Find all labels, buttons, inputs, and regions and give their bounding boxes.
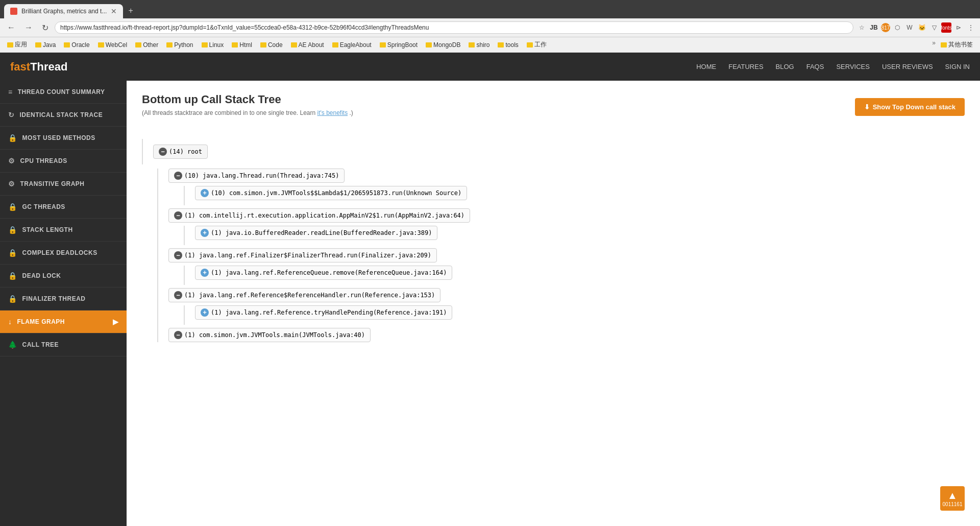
nav-services[interactable]: SERVICES (836, 63, 870, 70)
sidebar-item-gc-threads[interactable]: 🔒 GC THREADS (0, 196, 127, 219)
bookmark-code[interactable]: Code (257, 39, 286, 50)
bookmark-label: MongoDB (433, 41, 460, 49)
sidebar-label-dead-lock: DEAD LOCK (22, 272, 61, 279)
scroll-up-icon: ▲ (947, 490, 958, 501)
finalizer-thread-node[interactable]: − (1) java.lang.ref.Finalizer$FinalizerT… (168, 248, 437, 262)
bookmark-eagle-about[interactable]: EagleAbout (329, 39, 375, 50)
folder-icon (166, 42, 173, 47)
bookmark-other[interactable]: Other (132, 39, 161, 50)
logo[interactable]: fastThread (10, 60, 67, 74)
favicon-icon (10, 8, 17, 15)
scroll-to-top-button[interactable]: ▲ 0011161 (940, 486, 965, 511)
more-icon[interactable]: ⋮ (966, 22, 976, 33)
back-button[interactable]: ← (4, 22, 18, 33)
subtitle-link[interactable]: it's benefits (317, 109, 348, 116)
folder-icon (64, 42, 70, 47)
folder-icon (469, 42, 475, 47)
jvmtools-main-node[interactable]: − (1) com.simon.jvm.JVMTools.main(JVMToo… (168, 328, 371, 342)
bookmark-label: 工作 (534, 40, 547, 49)
ext-icon-1[interactable]: JB (869, 22, 879, 33)
node-label-1: (10) java.lang.Thread.run(Thread.java:74… (184, 172, 339, 179)
sidebar-label-transitive-graph: TRANSITIVE GRAPH (20, 180, 85, 187)
new-tab-button[interactable]: + (123, 3, 138, 18)
bookmark-ae-about[interactable]: AE About (288, 39, 327, 50)
page-subtitle: (All threads stacktrace are combined in … (142, 109, 353, 116)
title-area: Bottom up Call Stack Tree (All threads s… (142, 93, 353, 129)
sidebar-item-finalizer-thread[interactable]: 🔒 FINALIZER THREAD (0, 288, 127, 310)
chevron-right-icon: ▶ (113, 318, 119, 326)
bookmark-tools[interactable]: tools (495, 39, 521, 50)
tab-close-icon[interactable]: ✕ (111, 7, 117, 15)
bookmark-label: Linux (209, 41, 224, 49)
bookmarks-overflow-icon[interactable]: » (932, 39, 936, 50)
folder-icon (941, 42, 947, 47)
folder-icon (498, 42, 504, 47)
reference-handler-node[interactable]: − (1) java.lang.ref.Reference$ReferenceH… (168, 288, 440, 302)
bookmark-other-books[interactable]: 其他书签 (938, 39, 976, 50)
bookmark-linux[interactable]: Linux (199, 39, 227, 50)
bookmark-oracle[interactable]: Oracle (61, 39, 92, 50)
ext-icon-4[interactable]: W (904, 22, 915, 33)
refresh-button[interactable]: ↻ (39, 22, 52, 34)
header-row: Bottom up Call Stack Tree (All threads s… (142, 93, 965, 129)
ext-icon-5[interactable]: 🐱 (917, 22, 927, 33)
tree-child-3-1: + (1) java.lang.ref.ReferenceQueue.remov… (184, 266, 965, 285)
folder-icon (291, 42, 297, 47)
bookmark-html[interactable]: Html (229, 39, 255, 50)
sidebar-item-identical-stack-trace[interactable]: ↻ IDENTICAL STACK TRACE (0, 104, 127, 127)
bookmark-label: tools (505, 41, 518, 49)
appmain-run-node[interactable]: − (1) com.intellij.rt.execution.applicat… (168, 208, 470, 223)
bookmark-label: Html (239, 41, 252, 49)
star-icon[interactable]: ☆ (856, 22, 867, 33)
bookmark-apps[interactable]: 应用 (4, 39, 30, 50)
ext-icon-3[interactable]: ⬡ (892, 22, 902, 33)
nav-blog[interactable]: BLOG (776, 63, 794, 70)
sidebar-item-call-tree[interactable]: 🌲 CALL TREE (0, 333, 127, 356)
app-wrapper: fastThread HOME FEATURES BLOG FAQS SERVI… (0, 53, 980, 526)
ext-icon-7[interactable]: fonts (941, 22, 951, 33)
tree-child-1-1: + (10) com.simon.jvm.JVMTools$$Lambda$1/… (184, 186, 965, 205)
ext-icon-2[interactable]: 817 (881, 23, 890, 32)
sidebar-item-dead-lock[interactable]: 🔒 DEAD LOCK (0, 265, 127, 288)
bookmark-mongodb[interactable]: MongoDB (423, 39, 463, 50)
address-bar[interactable] (55, 21, 853, 34)
bookmark-springboot[interactable]: SpringBoot (377, 39, 421, 50)
lock-icon: 🔒 (8, 134, 17, 142)
nav-home[interactable]: HOME (696, 63, 716, 70)
nav-faqs[interactable]: FAQS (806, 63, 824, 70)
bookmark-work[interactable]: 工作 (524, 39, 550, 50)
folder-icon (380, 42, 386, 47)
list-icon: ≡ (8, 88, 13, 96)
lambda-run-node[interactable]: + (10) com.simon.jvm.JVMTools$$Lambda$1/… (195, 186, 467, 200)
reference-queue-node[interactable]: + (1) java.lang.ref.ReferenceQueue.remov… (195, 266, 452, 280)
bookmark-shiro[interactable]: shiro (465, 39, 493, 50)
forward-button[interactable]: → (21, 22, 36, 33)
ext-icon-8[interactable]: ⊳ (953, 22, 964, 33)
nav-features[interactable]: FEATURES (728, 63, 763, 70)
bookmark-webcel[interactable]: WebCel (95, 39, 130, 50)
download-icon: ↓ (8, 318, 12, 326)
bookmark-python[interactable]: Python (163, 39, 196, 50)
sidebar-item-complex-deadlocks[interactable]: 🔒 COMPLEX DEADLOCKS (0, 242, 127, 265)
sidebar-item-transitive-graph[interactable]: ⚙ TRANSITIVE GRAPH (0, 173, 127, 196)
node-label-3: (1) java.lang.ref.Finalizer$FinalizerThr… (184, 252, 431, 259)
sidebar-item-flame-graph[interactable]: ↓ FLAME GRAPH ▶ (0, 310, 127, 333)
sidebar-item-thread-count-summary[interactable]: ≡ THREAD COUNT SUMMARY (0, 81, 127, 104)
sidebar-item-cpu-threads[interactable]: ⚙ CPU THREADS (0, 150, 127, 173)
nav-user-reviews[interactable]: USER REVIEWS (882, 63, 933, 70)
sidebar-item-most-used-methods[interactable]: 🔒 MOST USED METHODS (0, 127, 127, 150)
tree-root-node[interactable]: − (14) root (153, 145, 208, 159)
collapse-icon: − (174, 172, 182, 180)
show-top-down-button[interactable]: ⬇ Show Top Down call stack (855, 98, 965, 116)
sign-in-button[interactable]: SIGN IN (945, 63, 970, 70)
buffered-reader-node[interactable]: + (1) java.io.BufferedReader.readLine(Bu… (195, 226, 437, 240)
try-handle-pending-node[interactable]: + (1) java.lang.ref.Reference.tryHandleP… (195, 305, 452, 320)
thread-run-node[interactable]: − (10) java.lang.Thread.run(Thread.java:… (168, 169, 345, 183)
active-tab[interactable]: Brilliant Graphs, metrics and t... ✕ (4, 4, 123, 18)
sidebar-item-stack-length[interactable]: 🔒 STACK LENGTH (0, 219, 127, 242)
folder-icon (135, 42, 141, 47)
content-area: ≡ THREAD COUNT SUMMARY ↻ IDENTICAL STACK… (0, 81, 980, 526)
ext-icon-6[interactable]: ▽ (929, 22, 939, 33)
tab-title: Brilliant Graphs, metrics and t... (21, 8, 107, 15)
bookmark-java[interactable]: Java (32, 39, 59, 50)
